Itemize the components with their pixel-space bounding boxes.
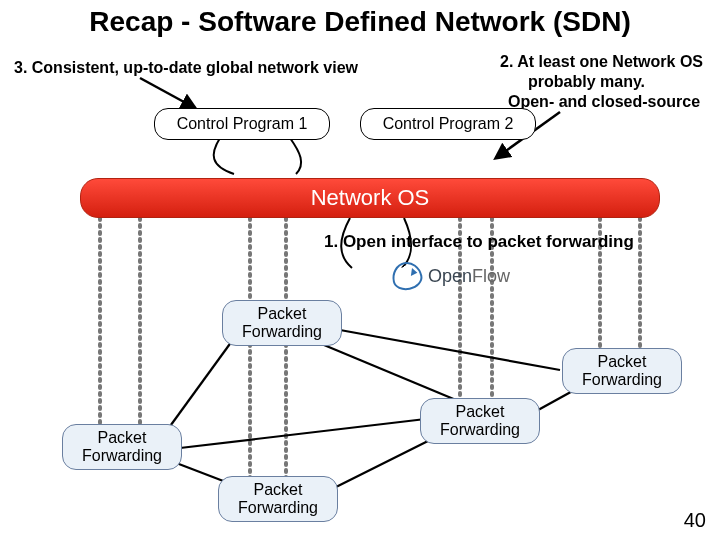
packet-forwarding-node-top: Packet Forwarding <box>222 300 342 346</box>
openflow-text-open: Open <box>428 266 472 286</box>
packet-forwarding-node-bottom: Packet Forwarding <box>218 476 338 522</box>
packet-forwarding-node-left: Packet Forwarding <box>62 424 182 470</box>
control-program-1: Control Program 1 <box>154 108 330 140</box>
openflow-logo: OpenFlow <box>392 262 510 290</box>
control-program-2: Control Program 2 <box>360 108 536 140</box>
network-os-bar: Network OS <box>80 178 660 218</box>
slide-title: Recap - Software Defined Network (SDN) <box>0 6 720 38</box>
annotation-two-line3: Open- and closed-source <box>508 92 720 111</box>
annotation-one: 1. Open interface to packet forwarding <box>324 232 634 252</box>
packet-forwarding-node-right: Packet Forwarding <box>562 348 682 394</box>
annotation-three: 3. Consistent, up-to-date global network… <box>14 58 364 77</box>
annotation-two-line2: probably many. <box>528 72 720 91</box>
annotation-two-line1: 2. At least one Network OS <box>500 52 720 71</box>
openflow-text-flow: Flow <box>472 266 510 286</box>
openflow-icon <box>389 259 424 293</box>
slide-number: 40 <box>684 509 706 532</box>
svg-line-8 <box>140 78 195 108</box>
packet-forwarding-node-mid: Packet Forwarding <box>420 398 540 444</box>
